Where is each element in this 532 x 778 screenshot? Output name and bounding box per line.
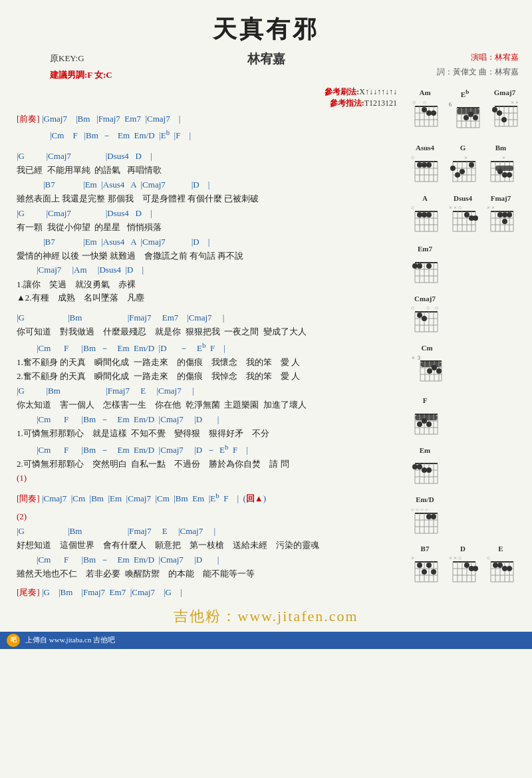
- chord-d: D × × ○: [448, 544, 478, 587]
- svg-point-86: [497, 169, 503, 174]
- svg-point-177: [432, 365, 437, 370]
- svg-point-204: [417, 464, 422, 469]
- svg-text:×: ×: [412, 355, 415, 361]
- svg-point-102: [426, 212, 432, 217]
- svg-text:○: ○: [423, 99, 426, 106]
- chord-f: F: [410, 396, 440, 439]
- svg-point-176: [427, 368, 432, 374]
- svg-text:○: ○: [426, 305, 430, 311]
- svg-point-42: [492, 107, 497, 112]
- chord-row10: B7 ×: [408, 543, 520, 588]
- watermark: 吉他粉：www.jitafen.com: [0, 601, 532, 632]
- svg-text:×: ×: [515, 99, 519, 106]
- interlude: [間奏] |Cmaj7 |Cm |Bm |Em |Cmaj7 |Cm |Bm E…: [17, 489, 397, 506]
- chord-bm: Bm ×: [485, 143, 516, 186]
- svg-text:×: ×: [411, 555, 414, 561]
- c1-lyric5: 1.可憐無邪那顆心 就是這樣 不知不覺 變得狠 狠得好矛 不分: [17, 427, 397, 441]
- svg-text:○: ○: [411, 305, 414, 311]
- svg-rect-16: [457, 108, 479, 114]
- chord-row7: F: [408, 394, 520, 440]
- outro-chords: [尾奏] |G |Bm |Fmaj7 Em7 |Cmaj7 |G |: [17, 585, 397, 600]
- v2-chords1: |G |Bm |Fmaj7 E |Cmaj7 |: [17, 524, 397, 539]
- chord-row5: Cmaj7 ○ ○ ○: [408, 292, 520, 338]
- chord-gmaj7: Gmaj7 × ×: [489, 88, 520, 136]
- chord-b7: B7 ×: [410, 544, 440, 587]
- c1-lyric6: 2.可憐無邪那顆心 突然明白 自私一點 不過份 勝於為你自焚 請 問: [17, 457, 397, 471]
- outro: [尾奏] |G |Bm |Fmaj7 Em7 |Cmaj7 |G |: [17, 585, 397, 600]
- v1-lyric1: 我已經 不能用單純 的語氣 再唱情歌: [17, 164, 397, 178]
- footer-text: 上傳自 www.jitaba.cn 吉他吧: [25, 635, 115, 645]
- v1-lyric5: 1.讓你 笑過 就沒勇氣 赤裸: [17, 278, 397, 292]
- svg-point-147: [426, 263, 432, 269]
- song-body: 參考刷法:X↑↓↓↑↑↓↑↓ 參考指法:T1213121 [前奏] |Gmaj7…: [7, 86, 402, 601]
- c1-lyric2: 1.奮不顧身 的天真 瞬間化成 一路走來 的傷痕 我懷念 我的笨 愛 人: [17, 356, 397, 370]
- svg-text:○: ○: [425, 507, 428, 513]
- c1-chords3: |G |Bm |Fmaj7 E |Cmaj7 |: [17, 384, 397, 398]
- svg-text:×: ×: [464, 154, 467, 161]
- svg-point-134: [502, 219, 507, 224]
- svg-point-133: [507, 212, 512, 217]
- svg-text:○: ○: [411, 507, 414, 513]
- svg-text:×: ×: [502, 154, 505, 161]
- svg-rect-165: [420, 362, 442, 367]
- svg-point-190: [417, 422, 422, 427]
- chord-row2: Asus4 ○: [408, 142, 520, 188]
- svg-point-265: [493, 563, 498, 568]
- title-section: 天真有邪: [0, 7, 532, 49]
- chord-row4: Em7: [408, 242, 520, 289]
- svg-point-203: [412, 464, 418, 469]
- chord-row3: A ○: [408, 192, 520, 238]
- svg-point-14: [431, 110, 436, 116]
- section-prelude: [前奏] |Gmaj7 |Bm |Fmaj7 Em7 |Cmaj7 | |Cm …: [17, 112, 397, 144]
- footer-logo: 吧: [7, 634, 20, 647]
- svg-point-101: [422, 212, 427, 217]
- page: 天真有邪 原KEY:G 建議男調:F 女:C 林宥嘉 演唱：林宥嘉 詞：黃偉文 …: [0, 0, 532, 656]
- performer-lyrics: 詞：黃偉文 曲：林宥嘉: [389, 65, 519, 80]
- chord-dsus4: Dsus4 × × ○: [448, 194, 478, 237]
- v1-lyric6: ▲2.有種 成熟 名叫墜落 凡塵: [17, 291, 397, 305]
- svg-text:3: 3: [418, 355, 420, 361]
- svg-point-268: [507, 566, 512, 571]
- chord-em: Em: [410, 446, 440, 489]
- chord-fmaj7: Fmaj7 × ×: [485, 194, 516, 237]
- svg-point-191: [422, 418, 427, 424]
- v1-lyric4: 愛情的神經 以後 一快樂 就難過 會撒謊之前 有句話 再不說: [17, 249, 397, 263]
- chord-diagrams-sidebar: Am ○ ○: [402, 86, 525, 601]
- v1-chords5: |Cmaj7 |Am |Dsus4 |D |: [17, 263, 397, 277]
- c1-chords5: |Cm F |Bm － Em Em/D |Cmaj7 |D － Eb F |: [17, 441, 397, 457]
- verse2: |G |Bm |Fmaj7 E |Cmaj7 | 好想知道 這個世界 會有什麼人…: [17, 524, 397, 581]
- v1-chords3: |G |Cmaj7 |Dsus4 D |: [17, 206, 397, 221]
- svg-text:×: ×: [449, 555, 452, 561]
- svg-point-73: [469, 162, 474, 168]
- chord-row9: Em/D ○ ○ ○ ○: [408, 493, 520, 539]
- svg-point-222: [431, 514, 436, 519]
- svg-point-132: [502, 212, 507, 217]
- v1-lyric3: 有一顆 我從小仰望 的星星 悄悄殞落: [17, 221, 397, 235]
- strum-ref2: 參考指法:T1213121: [17, 98, 397, 109]
- svg-text:○: ○: [411, 204, 414, 211]
- svg-point-56: [417, 162, 422, 168]
- song-title: 天真有邪: [0, 13, 532, 46]
- footer-bar: 吧 上傳自 www.jitaba.cn 吉他吧: [0, 632, 532, 649]
- performer-info: 演唱：林宥嘉 詞：黃偉文 曲：林宥嘉: [389, 51, 522, 79]
- svg-text:○: ○: [487, 555, 490, 561]
- svg-point-100: [417, 212, 422, 217]
- c1-chords2: |Cm F |Bm － Em Em/D |D － Eb F |: [17, 339, 397, 356]
- verse1: |G |Cmaj7 |Dsus4 D | 我已經 不能用單純 的語氣 再唱情歌 …: [17, 149, 397, 305]
- svg-point-71: [455, 172, 460, 178]
- svg-point-237: [431, 569, 436, 575]
- c1-lyric4: 你太知道 害一個人 怎樣害一生 你在他 乾淨無菌 主題樂園 加進了壞人: [17, 398, 397, 412]
- svg-point-13: [426, 110, 432, 116]
- svg-text:○: ○: [458, 204, 462, 211]
- svg-point-267: [502, 566, 507, 571]
- svg-point-205: [422, 467, 427, 473]
- svg-point-58: [426, 162, 432, 168]
- chord-emd: Em/D ○ ○ ○ ○: [410, 495, 440, 538]
- original-key: 原KEY:G: [50, 51, 143, 67]
- svg-point-178: [436, 368, 442, 374]
- svg-point-251: [464, 563, 469, 568]
- key-info: 原KEY:G 建議男調:F 女:C: [10, 51, 143, 83]
- svg-point-70: [450, 166, 456, 171]
- svg-point-266: [497, 563, 503, 568]
- interlude-chords: [間奏] |Cmaj7 |Cm |Bm |Em |Cmaj7 |Cm |Bm E…: [17, 489, 397, 506]
